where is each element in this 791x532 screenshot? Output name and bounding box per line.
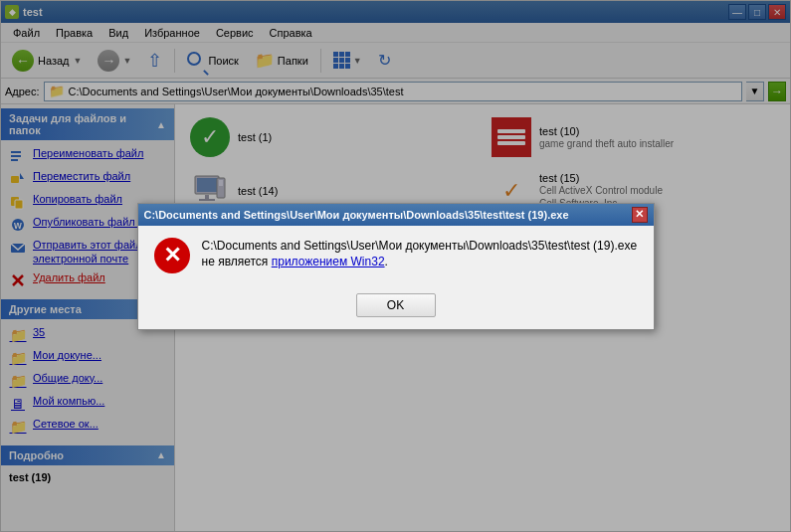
- error-dialog: C:\Documents and Settings\User\Мои докум…: [137, 203, 655, 330]
- dialog-close-button[interactable]: ✕: [632, 207, 648, 223]
- dialog-title-bar: C:\Documents and Settings\User\Мои докум…: [138, 204, 654, 226]
- main-window: ◆ test — □ ✕ Файл Правка Вид Избранное С…: [0, 0, 791, 532]
- dialog-body: ✕ C:\Documents and Settings\User\Мои док…: [138, 226, 654, 285]
- dialog-message: C:\Documents and Settings\User\Мои докум…: [202, 238, 638, 271]
- dialog-title-text: C:\Documents and Settings\User\Мои докум…: [144, 209, 569, 221]
- ok-button[interactable]: OK: [356, 293, 436, 317]
- error-icon: ✕: [154, 238, 190, 273]
- dialog-footer: OK: [138, 285, 654, 329]
- win32-link[interactable]: приложением Win32: [272, 255, 385, 268]
- dialog-overlay: C:\Documents and Settings\User\Мои докум…: [1, 1, 790, 531]
